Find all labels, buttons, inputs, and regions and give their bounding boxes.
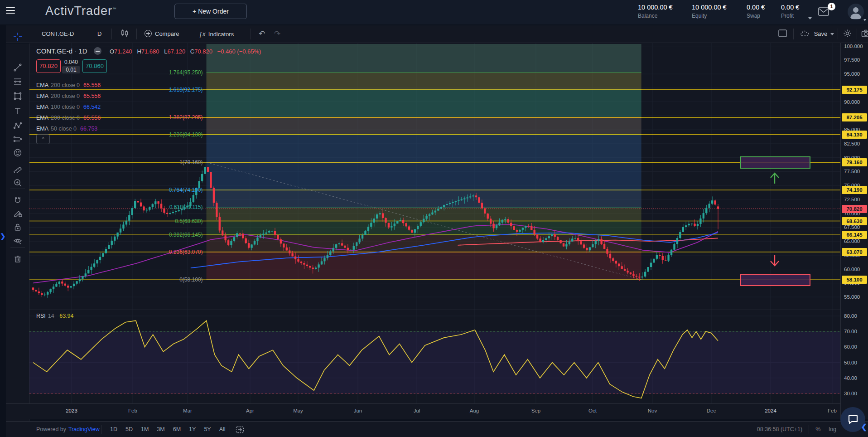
measure-tool[interactable] xyxy=(12,163,24,175)
avatar[interactable] xyxy=(848,4,864,20)
delete-tool[interactable] xyxy=(12,253,24,265)
legend-interval[interactable]: 1D xyxy=(78,47,87,55)
price-tick: 55.000 xyxy=(844,294,860,300)
indicators-fx-icon: ƒx xyxy=(199,30,206,38)
chart-area[interactable] xyxy=(29,43,840,403)
menu-icon[interactable] xyxy=(6,7,15,15)
equity-value: 10 000.00 € xyxy=(692,4,727,11)
range-button-3m[interactable]: 3M xyxy=(157,426,164,432)
month-label[interactable]: Sep xyxy=(531,408,540,413)
undo-button[interactable]: ↶ xyxy=(259,25,265,43)
month-label[interactable]: Oct xyxy=(588,408,597,413)
price-alert-tag[interactable]: 68.630 xyxy=(842,217,867,225)
drawing-mode-tool[interactable] xyxy=(12,208,24,219)
candle-style-button[interactable] xyxy=(120,25,129,43)
rsi-tick: 40.00 xyxy=(844,375,857,381)
legend-symbol[interactable]: CONT.GE-d xyxy=(36,47,72,55)
price-alert-tag[interactable]: 79.160 xyxy=(842,158,867,166)
month-label[interactable]: Apr xyxy=(246,408,254,413)
range-button-all[interactable]: All xyxy=(219,426,226,432)
range-button-1m[interactable]: 1M xyxy=(141,426,149,432)
indicator-row[interactable]: EMA100 close 066.542 xyxy=(36,104,101,110)
price-alert-tag[interactable]: 84.130 xyxy=(842,131,867,139)
spread-value: 0.040 xyxy=(62,59,80,65)
buy-price-button[interactable]: 70.860 xyxy=(82,59,107,73)
range-button-1y[interactable]: 1Y xyxy=(189,426,196,432)
text-tool[interactable] xyxy=(12,105,24,117)
pattern-tool[interactable] xyxy=(12,120,24,131)
month-label[interactable]: Mar xyxy=(183,408,192,413)
log-scale-button[interactable]: log xyxy=(829,422,836,437)
month-label[interactable]: Jun xyxy=(354,408,362,413)
lock-tool[interactable] xyxy=(12,221,24,233)
month-label[interactable]: May xyxy=(293,408,303,413)
fib-retracement-tool[interactable] xyxy=(12,76,24,87)
indicator-row[interactable]: EMA200 close 065.556 xyxy=(36,93,101,99)
indicator-row[interactable]: EMA200 close 065.556 xyxy=(36,115,101,121)
price-tick: 97.500 xyxy=(844,57,860,63)
collapse-chat-chevron-icon[interactable]: ❮ xyxy=(861,422,867,431)
crosshair-tool[interactable] xyxy=(12,31,24,43)
tradingview-link[interactable]: TradingView xyxy=(68,426,100,432)
save-caret-icon[interactable] xyxy=(830,33,834,35)
interval-button[interactable]: D xyxy=(97,25,101,43)
save-button[interactable]: Save xyxy=(800,25,827,43)
redo-button[interactable]: ↷ xyxy=(274,25,280,43)
trendline-tool[interactable] xyxy=(12,62,24,73)
percent-scale-button[interactable]: % xyxy=(815,422,820,437)
price-alert-tag[interactable]: 87.205 xyxy=(842,113,867,121)
compare-button[interactable]: Compare xyxy=(145,25,179,43)
screenshot-button[interactable] xyxy=(861,25,868,43)
symbol-button[interactable]: CONT.GE-D xyxy=(42,25,74,43)
price-alert-tag[interactable]: 58.100 xyxy=(842,276,867,284)
cloud-icon xyxy=(800,30,810,37)
swap-value: 0.00 € xyxy=(747,4,765,11)
year-label[interactable]: 2023 xyxy=(66,408,77,413)
price-alert-tag[interactable]: 92.175 xyxy=(842,86,867,94)
price-alert-tag[interactable]: 66.145 xyxy=(842,231,867,239)
month-label[interactable]: Dec xyxy=(707,408,716,413)
month-label[interactable]: Feb xyxy=(128,408,137,413)
layout-button[interactable] xyxy=(778,25,787,43)
goto-date-button[interactable] xyxy=(230,422,250,437)
magnet-tool[interactable] xyxy=(12,194,24,206)
shapes-tool[interactable] xyxy=(12,90,24,102)
expand-panel-chevron-icon[interactable]: ❯ xyxy=(0,232,6,240)
forecast-tool[interactable] xyxy=(12,133,24,145)
price-alert-tag[interactable]: 74.190 xyxy=(842,186,867,194)
month-label[interactable]: Aug xyxy=(470,408,479,413)
zoom-in-tool[interactable] xyxy=(12,177,24,189)
price-tick: 72.500 xyxy=(844,197,860,202)
equity-metric: 10 000.00 € Equity xyxy=(692,4,727,19)
range-button-1d[interactable]: 1D xyxy=(110,426,117,432)
indicator-params: 200 close 0 xyxy=(51,93,80,99)
range-button-5y[interactable]: 5Y xyxy=(204,426,211,432)
price-alert-tag[interactable]: 63.070 xyxy=(842,248,867,256)
hide-series-icon[interactable] xyxy=(94,47,101,55)
range-button-6m[interactable]: 6M xyxy=(173,426,181,432)
indicator-row[interactable]: EMA200 close 065.556 xyxy=(36,82,101,88)
compare-icon xyxy=(145,30,152,37)
range-button-5d[interactable]: 5D xyxy=(125,426,133,432)
settings-button[interactable] xyxy=(843,25,852,43)
current-price-tag[interactable]: 70.820 xyxy=(842,205,867,213)
year-label[interactable]: 2024 xyxy=(765,408,776,413)
month-label[interactable]: Jul xyxy=(414,408,420,413)
avatar-caret-icon[interactable] xyxy=(863,19,866,21)
swap-label: Swap xyxy=(747,13,765,19)
indicators-button[interactable]: ƒxIndicators xyxy=(199,25,234,43)
month-label[interactable]: Nov xyxy=(648,408,657,413)
mail-icon[interactable]: 1 xyxy=(818,6,833,19)
hide-drawings-tool[interactable] xyxy=(12,235,24,247)
new-order-button[interactable]: + New Order xyxy=(174,4,247,19)
price-axis[interactable]: 100.00097.50095.00092.50090.00087.50085.… xyxy=(840,43,868,419)
price-chart[interactable] xyxy=(29,43,840,403)
metrics-caret-icon[interactable] xyxy=(808,17,812,19)
indicator-row[interactable]: EMA50 close 066.753 xyxy=(36,126,97,132)
month-label[interactable]: Feb xyxy=(828,408,837,413)
emoji-tool[interactable] xyxy=(12,147,24,159)
sell-price-button[interactable]: 70.820 xyxy=(36,59,61,73)
collapse-indicators-button[interactable]: ⌃ xyxy=(36,134,50,144)
time-axis[interactable]: 2023FebMarAprMayJunJulAugSepOctNovDec202… xyxy=(6,403,840,419)
profit-label: Profit xyxy=(781,13,799,19)
